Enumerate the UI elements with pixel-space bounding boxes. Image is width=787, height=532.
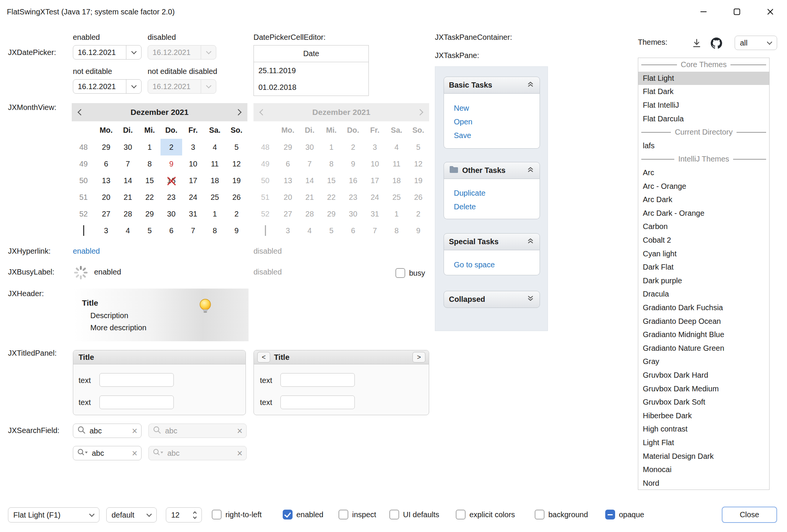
calendar-day[interactable]: 17 [182,172,204,189]
calendar-day[interactable]: 23 [161,189,182,206]
calendar-day[interactable]: 5 [226,139,247,155]
theme-list-item[interactable]: Gradianto Nature Green [638,341,769,355]
collapse-icon[interactable] [526,165,535,176]
checkbox-right-to-left[interactable]: right-to-left [212,510,262,519]
search-input[interactable]: abc [90,427,128,435]
calendar-day[interactable]: 8 [204,222,225,239]
theme-list-item[interactable]: Arc Dark - Orange [638,207,769,220]
calendar-day[interactable]: 29 [139,206,161,222]
font-size-spinner[interactable]: 12 [166,507,202,523]
download-theme-button[interactable] [690,36,704,50]
text-input[interactable] [99,395,174,409]
theme-list-item[interactable]: Light Flat [638,436,769,450]
spinner-up-button[interactable] [194,510,196,515]
task-link-delete[interactable]: Delete [444,200,540,213]
calendar-day[interactable]: 26 [226,189,247,206]
calendar-day[interactable]: 20 [95,189,117,206]
github-button[interactable] [710,36,723,50]
calendar-day[interactable]: 15 [139,172,161,189]
calendar-day[interactable]: 7 [182,222,204,239]
task-link-open[interactable]: Open [444,115,540,129]
close-button[interactable]: Close [722,507,777,523]
calendar-day[interactable]: 9 [226,222,247,239]
theme-list-item[interactable]: Monocai [638,463,769,477]
search-field-enabled[interactable]: abc × [73,424,142,438]
theme-list-item[interactable]: Gray [638,355,769,369]
table-column-header[interactable]: Date [254,46,368,62]
theme-list-item[interactable]: Dark Flat [638,261,769,274]
taskpane-header[interactable]: Basic Tasks [444,77,540,94]
close-window-button[interactable] [754,0,787,24]
theme-list-item[interactable]: Gruvbox Dark Soft [638,395,769,409]
calendar-day[interactable]: 22 [139,189,161,206]
theme-list-item[interactable]: Dark purple [638,274,769,288]
theme-list-item[interactable]: Arc [638,166,769,180]
calendar-day[interactable]: 8 [139,155,161,172]
collapse-icon[interactable] [526,80,535,90]
themes-filter-combo[interactable]: all [735,36,777,50]
calendar-day[interactable]: 3 [182,139,204,155]
datepicker-value[interactable]: 16.12.2021 [73,46,126,59]
calendar-day[interactable]: 24 [182,189,204,206]
theme-list-item[interactable]: Flat Dark [638,85,769,99]
calendar-day[interactable]: 4 [204,139,225,155]
datepicker-dropdown-button[interactable] [126,80,141,93]
theme-list-item[interactable]: Carbon [638,220,769,234]
calendar-day[interactable]: 21 [117,189,139,206]
theme-list-item[interactable]: lafs [638,139,769,153]
text-input[interactable] [99,373,174,387]
text-input[interactable] [280,373,355,387]
theme-list-item[interactable]: Gradianto Deep Ocean [638,314,769,328]
calendar-day[interactable]: 3 [95,222,117,239]
checkbox-explicit-colors[interactable]: explicit colors [456,510,515,519]
calendar-day[interactable]: 5 [139,222,161,239]
calendar-day[interactable]: 6 [95,155,117,172]
checkbox-inspect[interactable]: inspect [338,510,376,519]
theme-list-item[interactable]: Gradianto Midnight Blue [638,328,769,342]
calendar-day[interactable]: 25 [204,189,225,206]
theme-list-item[interactable]: Nord [638,476,769,490]
next-month-icon[interactable] [235,109,242,116]
checkbox-ui-defaults[interactable]: UI defaults [389,510,439,519]
theme-list-item[interactable]: Cobalt 2 [638,234,769,247]
calendar-day[interactable]: 27 [95,206,117,222]
calendar-day[interactable]: 1 [204,206,225,222]
calendar-day[interactable]: 2 [226,206,247,222]
calendar-day[interactable]: 10 [182,155,204,172]
taskpane-header[interactable]: Special Tasks [444,233,540,250]
theme-list-item[interactable]: Gruvbox Dark Hard [638,369,769,382]
datepicker-not-editable[interactable]: 16.12.2021 [73,79,142,94]
theme-list-item[interactable]: Material Design Dark [638,449,769,463]
theme-list-item[interactable]: Dracula [638,287,769,301]
calendar-day[interactable]: 12 [226,155,247,172]
table-row[interactable]: 01.02.2018 [254,79,368,96]
calendar-day[interactable]: 1 [139,139,161,155]
calendar-day[interactable]: 14 [117,172,139,189]
theme-list-item[interactable]: Gradianto Dark Fuchsia [638,301,769,315]
theme-list-item[interactable]: Gruvbox Dark Medium [638,382,769,395]
calendar-day[interactable]: 30 [161,206,182,222]
calendar-day[interactable]: 9 [161,155,182,172]
checkbox-busy[interactable]: busy [395,268,425,278]
calendar-day[interactable]: 2 [161,139,182,155]
calendar-day[interactable]: 30 [117,139,139,155]
text-input[interactable] [280,395,355,409]
search-field-with-menu[interactable]: abc × [73,446,142,460]
theme-list-item[interactable]: High contrast [638,422,769,436]
search-icon[interactable] [77,425,86,436]
taskpane-header[interactable]: Collapsed [444,291,540,308]
datepicker-enabled[interactable]: 16.12.2021 [73,45,142,60]
expand-icon[interactable] [526,294,535,304]
titled-panel-left-button[interactable]: < [257,352,270,363]
calendar-day[interactable]: 28 [117,206,139,222]
maximize-button[interactable] [720,0,754,24]
checkbox-background[interactable]: background [535,510,588,519]
theme-list-item[interactable]: Flat Darcula [638,112,769,126]
laf-combo[interactable]: Flat Light (F1) [8,507,99,523]
theme-list-item[interactable]: Arc - Orange [638,179,769,193]
collapse-icon[interactable] [526,237,535,247]
task-link-go-to-space[interactable]: Go to space [444,258,540,271]
task-link-duplicate[interactable]: Duplicate [444,186,540,200]
titled-panel-right-button[interactable]: > [412,352,425,363]
minimize-button[interactable] [687,0,720,24]
